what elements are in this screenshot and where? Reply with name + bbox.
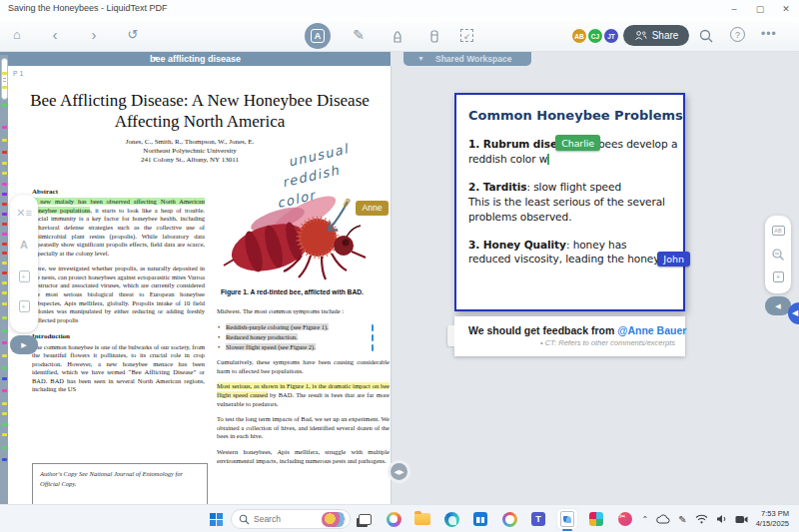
excerpted-line[interactable]: •Reduced honey production. [217, 333, 390, 342]
annotation-mark[interactable] [2, 243, 7, 246]
charlie-cursor-badge: Charlie [555, 135, 600, 151]
taskbar-clock[interactable]: 7:53 PM 4/15/2025 [756, 509, 789, 529]
scrollbar-thumb[interactable] [1, 58, 8, 100]
annotation-mark[interactable] [2, 86, 7, 89]
share-label: Share [652, 30, 679, 41]
workspace-tab[interactable]: ▼ Shared Workspace [403, 52, 531, 66]
annotation-mark[interactable] [2, 291, 7, 294]
annotation-mark[interactable] [2, 329, 7, 332]
annotation-mark[interactable] [2, 377, 7, 380]
collaborator-avatar[interactable]: JT [603, 28, 619, 44]
edge-browser-icon[interactable] [441, 509, 461, 529]
highlighter-tool-icon[interactable] [390, 28, 405, 44]
microsoft-store-icon[interactable] [470, 509, 490, 529]
search-input[interactable] [254, 512, 314, 526]
more-icon[interactable]: ••• [761, 27, 777, 41]
annotation-mark[interactable] [2, 433, 7, 436]
annotation-mark[interactable] [2, 139, 7, 142]
annotation-mark[interactable] [2, 354, 7, 357]
file-explorer-icon[interactable] [412, 509, 432, 529]
copilot-icon[interactable] [384, 509, 403, 529]
collaborator-avatar[interactable]: AB [571, 28, 587, 44]
annotation-mark[interactable] [2, 252, 7, 255]
tray-overflow-icon[interactable]: ⌃ [642, 515, 649, 524]
snip-tool-icon[interactable]: ↙ [460, 29, 473, 42]
forward-icon[interactable]: › [85, 27, 103, 45]
slack-icon[interactable] [586, 509, 606, 529]
annotation-mark[interactable] [2, 223, 7, 226]
help-icon[interactable]: ? [730, 27, 745, 42]
eraser-tool-icon[interactable] [426, 28, 442, 44]
panel-splitter-handle[interactable]: ◀▶ [388, 460, 410, 483]
paper-authors: Jones, C., Smith, R., Thompson, W., Jone… [60, 138, 320, 165]
font-tool-icon[interactable]: A [10, 239, 38, 251]
annotation-mark[interactable] [2, 366, 7, 369]
annotation-mark[interactable] [2, 402, 7, 405]
task-view-icon[interactable] [355, 509, 375, 529]
expand-left-panel-button[interactable]: ▶ [10, 335, 38, 354]
annotation-mark[interactable] [2, 203, 7, 206]
onedrive-cloud-icon[interactable] [656, 514, 670, 524]
add-text-note-icon[interactable]: AB [765, 224, 791, 236]
annotation-mark[interactable] [2, 446, 7, 449]
clipchamp-icon[interactable] [615, 509, 635, 529]
copy-page-icon[interactable]: + [10, 270, 38, 284]
note-title: Common Honeybee Problems [468, 108, 671, 123]
annotation-mark[interactable] [2, 389, 7, 392]
share-button[interactable]: Share [623, 25, 689, 46]
comment-card[interactable]: We should get feedback from @Anne Bauer … [454, 316, 685, 356]
annotation-mark[interactable] [2, 126, 7, 129]
search-highlight-image[interactable] [322, 512, 346, 527]
excerpted-line[interactable]: •Slower flight speed (see Figure 2). [217, 343, 390, 352]
annotation-mark[interactable] [2, 281, 7, 284]
search-icon[interactable] [698, 28, 714, 44]
annotation-mark[interactable] [2, 412, 7, 415]
mention-link[interactable]: @Anne Bauer [617, 324, 686, 336]
annotation-mark[interactable] [2, 458, 7, 461]
pen-tool-icon[interactable]: ✎ [350, 27, 368, 45]
annotation-mark[interactable] [2, 316, 7, 319]
annotation-mark[interactable] [2, 172, 7, 175]
wifi-icon[interactable] [695, 514, 708, 524]
home-icon[interactable]: ⌂ [8, 27, 26, 45]
excerpt-list-icon[interactable]: ✕≡ [10, 207, 38, 220]
photos-icon[interactable] [499, 509, 519, 529]
annotation-mark[interactable] [2, 213, 7, 216]
annotation-mark[interactable] [2, 162, 7, 165]
text-select-tool-icon[interactable]: A [305, 23, 331, 49]
annotation-mark[interactable] [2, 104, 7, 107]
note-card[interactable]: Common Honeybee Problems 1. Rubrum diseC… [454, 93, 685, 311]
collaborator-avatar[interactable]: CJ [587, 28, 603, 44]
undo-icon[interactable]: ↺ [124, 27, 142, 45]
window-title: Saving the Honeybees - LiquidText PDF [8, 3, 168, 13]
annotation-mark[interactable] [2, 233, 7, 236]
taskbar-search[interactable] [231, 509, 351, 529]
annotation-mark[interactable] [2, 183, 7, 186]
annotation-mark[interactable] [2, 302, 7, 305]
back-icon[interactable]: ‹ [46, 27, 64, 45]
annotation-mark[interactable] [2, 262, 7, 265]
minimize-button[interactable]: – [721, 0, 747, 18]
annotation-scrollbar[interactable] [0, 55, 8, 504]
add-page-icon[interactable]: + [765, 271, 791, 284]
pen-tray-icon[interactable]: ✎ [678, 514, 686, 525]
annotation-mark[interactable] [2, 423, 7, 426]
liquidtext-app-icon[interactable] [557, 509, 577, 529]
video-camera-icon[interactable] [735, 515, 748, 524]
close-button[interactable]: ✕ [773, 0, 799, 18]
annotation-mark[interactable] [2, 151, 7, 154]
zoom-out-icon[interactable] [771, 248, 785, 262]
pdf-document-tab[interactable]: ▼ bee afflicting disease [0, 52, 391, 66]
annotation-mark[interactable] [2, 72, 7, 75]
symptom-list: •Reddish-purple coloring (see Figure 1).… [217, 323, 390, 352]
chevron-down-icon[interactable]: ▼ [417, 55, 424, 62]
annotation-mark[interactable] [2, 271, 7, 274]
volume-icon[interactable] [716, 514, 727, 524]
page-search-icon[interactable]: + [10, 300, 38, 314]
annotation-mark[interactable] [2, 193, 7, 196]
maximize-button[interactable]: ▢ [747, 0, 773, 18]
annotation-mark[interactable] [2, 341, 7, 344]
start-button[interactable] [210, 513, 223, 526]
excerpted-line[interactable]: •Reddish-purple coloring (see Figure 1). [217, 323, 390, 332]
teams-icon[interactable]: T [528, 509, 548, 529]
